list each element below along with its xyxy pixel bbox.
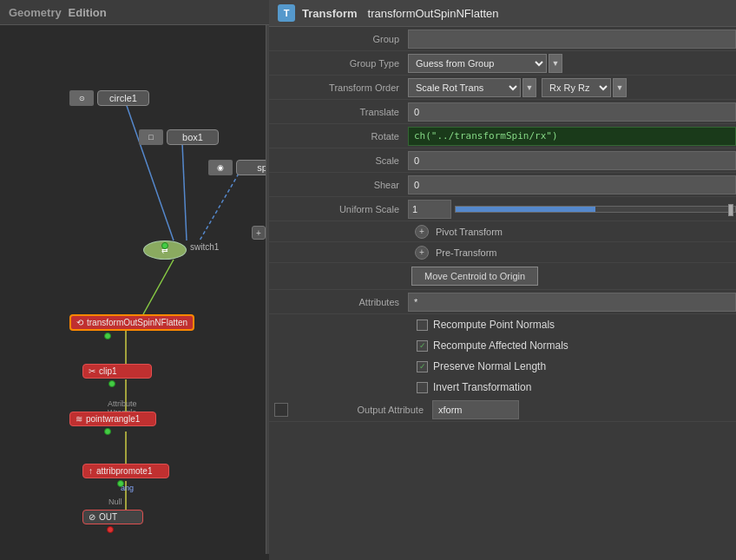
shear-value bbox=[408, 175, 736, 194]
pre-transform-label: Pre-Transform bbox=[436, 247, 497, 258]
rotate-row: Rotate bbox=[269, 124, 736, 148]
out-label: OUT bbox=[99, 512, 117, 522]
move-centroid-row: Move Centroid to Origin bbox=[269, 263, 736, 290]
pointwrangle1-box[interactable]: ≋ pointwrangle1 bbox=[69, 412, 156, 426]
attribpromote1-box[interactable]: ↑ attribpromote1 bbox=[82, 464, 169, 478]
invert-transformation-checkbox[interactable] bbox=[417, 382, 428, 393]
transform-order-value: Scale Rot Trans ▼ Rx Ry Rz ▼ bbox=[408, 78, 736, 97]
attributes-row: Attributes bbox=[269, 290, 736, 314]
output-attribute-checkbox[interactable] bbox=[274, 403, 288, 417]
node-pointwrangle1[interactable]: Attribute Wrangle ≋ pointwrangle1 bbox=[69, 412, 156, 426]
group-input[interactable] bbox=[408, 30, 736, 49]
group-type-value: Guess from Group ▼ bbox=[408, 54, 736, 73]
node-circle1[interactable]: ⊙ circle1 bbox=[69, 90, 149, 106]
uniform-scale-thumb[interactable] bbox=[728, 204, 733, 216]
properties-header: T Transform transformOutSpinNFlatten bbox=[269, 0, 736, 27]
translate-input[interactable] bbox=[408, 102, 736, 122]
circle1-box[interactable]: circle1 bbox=[97, 90, 149, 106]
expand-button[interactable]: + bbox=[252, 226, 266, 240]
recompute-affected-normals-checkbox[interactable]: ✓ bbox=[417, 340, 428, 352]
output-attribute-input[interactable] bbox=[432, 400, 519, 419]
pre-transform-value: + Pre-Transform bbox=[415, 246, 729, 260]
pointwrangle1-output-dot bbox=[104, 428, 111, 435]
panel-header: Geometry Edition bbox=[0, 0, 269, 25]
node-out[interactable]: Null ⊘ OUT bbox=[82, 510, 143, 524]
sp-icon: ◉ bbox=[208, 160, 233, 175]
svg-line-2 bbox=[200, 174, 239, 240]
node-attribpromote1[interactable]: ↑ attribpromote1 ang bbox=[82, 464, 169, 478]
attributes-value bbox=[408, 293, 736, 312]
uniform-scale-slider-container bbox=[408, 200, 736, 219]
panel-title: Geometry bbox=[9, 6, 62, 19]
scale-value bbox=[408, 151, 736, 170]
panel-subtitle: Edition bbox=[69, 6, 107, 19]
right-divider bbox=[266, 25, 269, 554]
move-centroid-value: Move Centroid to Origin bbox=[408, 263, 736, 289]
attribpromote1-label: attribpromote1 bbox=[96, 466, 152, 476]
out-box[interactable]: ⊘ OUT bbox=[82, 510, 143, 524]
recompute-affected-normals-row: ✓ Recompute Affected Normals bbox=[269, 335, 736, 356]
uniform-scale-label: Uniform Scale bbox=[269, 204, 408, 214]
transform-order-arrow1[interactable]: ▼ bbox=[522, 78, 536, 97]
pre-transform-expand[interactable]: + bbox=[415, 246, 429, 260]
preserve-normal-length-label: Preserve Normal Length bbox=[433, 360, 546, 372]
sp-box[interactable]: sp bbox=[236, 160, 269, 175]
attributes-label: Attributes bbox=[269, 297, 408, 307]
box1-label: box1 bbox=[182, 132, 203, 142]
invert-transformation-row: Invert Transformation bbox=[269, 377, 736, 398]
graph-area[interactable]: ⊙ circle1 □ box1 ◉ sp ⇄ switch1 bbox=[0, 25, 269, 554]
pivot-transform-expand[interactable]: + bbox=[415, 225, 429, 239]
transform-order-dropdown-group: Scale Rot Trans ▼ Rx Ry Rz ▼ bbox=[408, 78, 627, 97]
group-label: Group bbox=[269, 34, 408, 44]
pivot-transform-row[interactable]: + Pivot Transform bbox=[269, 221, 736, 242]
group-type-arrow[interactable]: ▼ bbox=[549, 54, 562, 73]
invert-transformation-label: Invert Transformation bbox=[433, 381, 531, 393]
out-output-dot bbox=[107, 526, 114, 533]
transform-output-dot bbox=[104, 333, 111, 339]
circle1-icon: ⊙ bbox=[69, 90, 94, 106]
rotate-input[interactable] bbox=[408, 127, 736, 146]
node-transform[interactable]: ⟲ transformOutSpinNFlatten bbox=[69, 314, 194, 331]
group-type-select[interactable]: Guess from Group bbox=[408, 54, 547, 73]
uniform-scale-track[interactable] bbox=[455, 206, 736, 213]
translate-label: Translate bbox=[269, 107, 408, 117]
translate-value bbox=[408, 102, 736, 122]
scale-row: Scale bbox=[269, 148, 736, 173]
transform-order-select2[interactable]: Rx Ry Rz bbox=[542, 78, 611, 97]
uniform-scale-row: Uniform Scale bbox=[269, 197, 736, 221]
scale-input[interactable] bbox=[408, 151, 736, 170]
attribpromote1-output-dot bbox=[117, 480, 124, 487]
shear-row: Shear bbox=[269, 173, 736, 197]
pre-transform-row[interactable]: + Pre-Transform bbox=[269, 242, 736, 263]
recompute-point-normals-checkbox[interactable] bbox=[417, 320, 428, 331]
pivot-transform-label: Pivot Transform bbox=[436, 227, 503, 237]
svg-line-1 bbox=[182, 143, 187, 240]
transform-box[interactable]: ⟲ transformOutSpinNFlatten bbox=[69, 314, 194, 331]
node-sp[interactable]: ◉ sp bbox=[208, 160, 269, 175]
box1-box[interactable]: box1 bbox=[167, 129, 219, 145]
uniform-scale-fill bbox=[456, 207, 595, 212]
recompute-point-normals-label: Recompute Point Normals bbox=[433, 319, 555, 331]
transform-order-label: Transform Order bbox=[269, 82, 408, 93]
transform-order-row: Transform Order Scale Rot Trans ▼ Rx Ry … bbox=[269, 76, 736, 100]
node-clip1[interactable]: ✂ clip1 bbox=[82, 364, 152, 379]
clip1-box[interactable]: ✂ clip1 bbox=[82, 364, 152, 379]
transform-order-select1[interactable]: Scale Rot Trans bbox=[408, 78, 521, 97]
preserve-normal-length-checkbox[interactable]: ✓ bbox=[417, 361, 428, 372]
node-box1[interactable]: □ box1 bbox=[139, 129, 219, 145]
transform-order-arrow2[interactable]: ▼ bbox=[613, 78, 627, 97]
transform-label: transformOutSpinNFlatten bbox=[87, 318, 187, 327]
recompute-point-normals-row: Recompute Point Normals bbox=[269, 314, 736, 335]
attributes-input[interactable] bbox=[408, 293, 736, 312]
move-centroid-button[interactable]: Move Centroid to Origin bbox=[411, 267, 538, 286]
shear-input[interactable] bbox=[408, 175, 736, 194]
properties-type-label: Transform bbox=[302, 7, 358, 20]
node-graph-panel: Geometry Edition ⊙ bbox=[0, 0, 269, 560]
group-row: Group bbox=[269, 27, 736, 51]
box1-icon: □ bbox=[139, 129, 163, 145]
properties-node-name: transformOutSpinNFlatten bbox=[368, 7, 499, 20]
output-attribute-row: Output Attribute bbox=[269, 398, 736, 422]
recompute-affected-normals-label: Recompute Affected Normals bbox=[433, 339, 568, 352]
uniform-scale-input[interactable] bbox=[408, 200, 451, 219]
uniform-scale-value bbox=[408, 200, 736, 219]
